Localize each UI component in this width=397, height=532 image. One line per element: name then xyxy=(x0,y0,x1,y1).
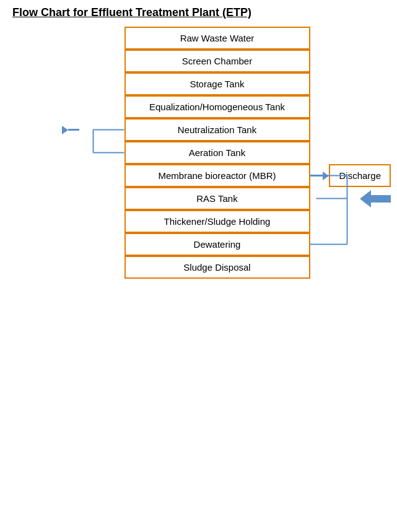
raw-waste-water-box: Raw Waste Water xyxy=(124,27,310,50)
ras-recycle-arrow xyxy=(360,190,391,207)
mbr-box: Membrane bioreactor (MBR) xyxy=(124,164,310,187)
recycle-arrow-in xyxy=(62,126,79,134)
svg-marker-0 xyxy=(360,190,391,207)
discharge-box: Discharge xyxy=(329,164,391,187)
mbr-row: Membrane bioreactor (MBR) Discharge xyxy=(50,164,385,187)
neutralization-row: Neutralization Tank xyxy=(50,118,385,141)
discharge-arrow: Discharge xyxy=(302,164,391,187)
thickener-box: Thickener/Sludge Holding xyxy=(124,210,310,233)
page-title: Flow Chart for Effluent Treatment Plant … xyxy=(12,6,385,19)
ras-tank-box: RAS Tank xyxy=(124,187,310,210)
neutralization-tank-box: Neutralization Tank xyxy=(124,118,310,141)
storage-tank-box: Storage Tank xyxy=(124,72,310,95)
ras-row: RAS Tank xyxy=(50,187,385,210)
flowchart: Raw Waste Water Screen Chamber Storage T… xyxy=(12,27,385,279)
sludge-disposal-box: Sludge Disposal xyxy=(124,256,310,279)
aeration-tank-box: Aeration Tank xyxy=(124,141,310,164)
dewatering-box: Dewatering xyxy=(124,233,310,256)
screen-chamber-box: Screen Chamber xyxy=(124,50,310,72)
equalization-tank-box: Equalization/Homogeneous Tank xyxy=(124,95,310,118)
